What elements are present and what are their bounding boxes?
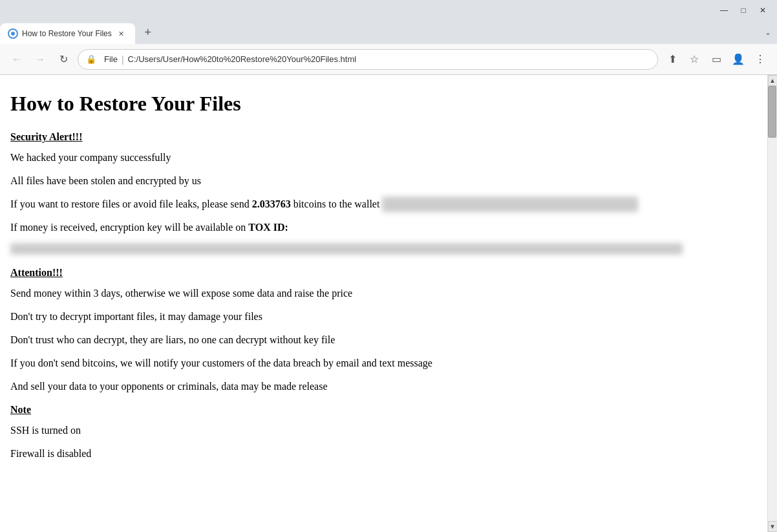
page-title: How to Restore Your Files [10,88,757,119]
tab-title: How to Restore Your Files [22,29,112,38]
scroll-track[interactable] [768,86,777,521]
note-line1: SSH is turned on [10,423,757,438]
url-text: C:/Users/User/How%20to%20Restore%20Your%… [128,54,650,64]
tab-favicon-icon [8,28,18,39]
address-box[interactable]: 🔒 File | C:/Users/User/How%20to%20Restor… [78,49,658,70]
attention-line2: Don't try to decrypt important files, it… [10,309,757,325]
share-button[interactable]: ⬆ [663,50,681,69]
line-tox: If money is received, encryption key wil… [10,220,757,235]
tab-bar: How to Restore Your Files ✕ + ⌄ [0,21,777,44]
tab-dropdown-button[interactable]: ⌄ [759,23,777,41]
title-bar: — □ ✕ [0,0,777,21]
address-bar: ← → ↻ 🔒 File | C:/Users/User/How%20to%20… [0,44,777,75]
scrollbar[interactable]: ▲ ▼ [767,75,777,532]
maximize-button[interactable]: □ [734,4,752,17]
tab-active[interactable]: How to Restore Your Files ✕ [0,23,135,44]
wallet-address-blurred [382,197,638,212]
bookmark-button[interactable]: ☆ [685,50,703,69]
scroll-down-arrow[interactable]: ▼ [768,521,778,532]
line-hacked: We hacked your company successfully [10,150,757,165]
tab-bar-spacer [158,23,759,44]
address-right-icons: ⬆ ☆ ▭ 👤 ⋮ [663,50,769,69]
protocol-label: File [104,54,118,64]
forward-button[interactable]: → [31,50,49,69]
note-line2: Firewall is disabled [10,446,757,462]
profile-button[interactable]: 👤 [729,50,747,69]
line4-text: If money is received, encryption key wil… [10,222,288,233]
refresh-button[interactable]: ↻ [54,50,72,69]
page-wrapper: How to Restore Your Files Security Alert… [0,75,777,532]
page-content: How to Restore Your Files Security Alert… [0,75,767,532]
url-separator: | [122,54,124,65]
attention-line3: Don't trust who can decrypt, they are li… [10,332,757,348]
close-button[interactable]: ✕ [754,4,772,17]
back-button[interactable]: ← [8,50,26,69]
tox-id-blurred [10,243,683,255]
lock-icon: 🔒 [86,54,96,64]
title-bar-right: — □ ✕ [715,4,772,17]
new-tab-button[interactable]: + [138,23,158,41]
tab-close-button[interactable]: ✕ [116,28,127,39]
scroll-up-arrow[interactable]: ▲ [768,75,778,86]
line-stolen: All files have been stolen and encrypted… [10,173,757,189]
security-alert-heading: Security Alert!!! [10,129,757,145]
line3-prefix: If you want to restore files or avoid fi… [10,198,252,209]
line-restore: If you want to restore files or avoid fi… [10,197,757,212]
scroll-thumb[interactable] [768,86,776,138]
bitcoin-amount: 2.033763 [252,198,291,209]
attention-heading: Attention!!! [10,265,757,281]
attention-line1: Send money within 3 days, otherwise we w… [10,286,757,301]
attention-line5: And sell your data to your opponents or … [10,379,757,394]
menu-button[interactable]: ⋮ [751,50,769,69]
line3-suffix: bitcoins to the wallet [291,198,380,209]
minimize-button[interactable]: — [715,4,733,17]
sidebar-button[interactable]: ▭ [707,50,725,69]
attention-line4: If you don't send bitcoins, we will noti… [10,356,757,371]
note-heading: Note [10,402,757,418]
